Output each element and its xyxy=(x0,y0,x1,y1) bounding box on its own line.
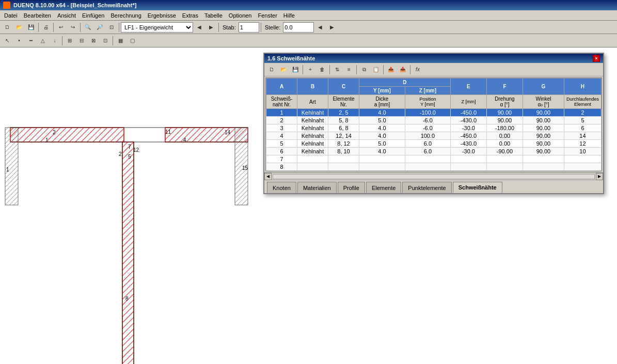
menu-ansicht[interactable]: Ansicht xyxy=(54,11,79,20)
table-row[interactable]: 3Kehlnaht6, 84.0-6.0-30.0-180.0090.006 xyxy=(266,124,602,132)
dtb-import[interactable]: 📥 xyxy=(397,64,408,75)
cell-r6-c0[interactable]: 7 xyxy=(266,155,297,163)
cell-r7-c6[interactable] xyxy=(486,163,523,171)
cell-r5-c3[interactable]: 4.0 xyxy=(359,148,405,155)
tb2-render[interactable]: ▦ xyxy=(115,35,126,46)
menu-extras[interactable]: Extras xyxy=(179,11,201,20)
scroll-right[interactable]: ▶ xyxy=(596,173,603,180)
cell-r7-c8[interactable] xyxy=(564,163,601,171)
cell-r1-c8[interactable]: 5 xyxy=(564,117,601,124)
menu-fenster[interactable]: Fenster xyxy=(255,11,280,20)
scroll-left[interactable]: ◀ xyxy=(264,173,272,180)
tb-zoom-fit[interactable]: ⊡ xyxy=(106,22,117,33)
dtb-filter[interactable]: ≡ xyxy=(343,64,355,75)
tab-schweissnaehte[interactable]: Schweißnähte xyxy=(453,182,502,193)
cell-r0-c6[interactable]: 90.00 xyxy=(486,109,523,117)
tab-materialien[interactable]: Materialien xyxy=(297,182,337,193)
cell-r7-c5[interactable] xyxy=(450,163,486,171)
cell-r2-c4[interactable]: -6.0 xyxy=(405,124,450,132)
cell-r1-c7[interactable]: 90.00 xyxy=(523,117,564,124)
cell-r0-c3[interactable]: 4.0 xyxy=(359,109,405,117)
tb2-support[interactable]: △ xyxy=(37,35,49,46)
cell-r6-c4[interactable] xyxy=(405,155,450,163)
cell-r4-c7[interactable]: 90.00 xyxy=(523,140,564,148)
cell-r5-c4[interactable]: 6.0 xyxy=(405,148,450,155)
cell-r6-c8[interactable] xyxy=(564,155,601,163)
tb-undo[interactable]: ↩ xyxy=(55,22,67,33)
cell-r3-c8[interactable]: 14 xyxy=(564,132,601,140)
cell-r2-c2[interactable]: 6, 8 xyxy=(328,124,359,132)
table-row[interactable]: 6Kehlnaht8, 104.06.0-30.0-90.0090.0010 xyxy=(266,148,602,155)
cell-r2-c8[interactable]: 6 xyxy=(564,124,601,132)
horizontal-scrollbar[interactable]: ◀ ▶ xyxy=(264,172,603,180)
cell-r0-c2[interactable]: 2, 5 xyxy=(328,109,359,117)
cell-r1-c5[interactable]: -430.0 xyxy=(450,117,486,124)
cell-r4-c4[interactable]: 6.0 xyxy=(405,140,450,148)
cell-r1-c4[interactable]: -6.0 xyxy=(405,117,450,124)
cell-r7-c7[interactable] xyxy=(523,163,564,171)
menu-berechnung[interactable]: Berechnung xyxy=(107,11,144,20)
tb2-select[interactable]: ↖ xyxy=(2,35,13,46)
cell-r1-c1[interactable]: Kehlnaht xyxy=(297,117,328,124)
menu-hilfe[interactable]: Hilfe xyxy=(280,11,298,20)
table-row[interactable]: 4Kehlnaht12, 144.0100.0-450.00.0090.0014 xyxy=(266,132,602,140)
cell-r2-c6[interactable]: -180.00 xyxy=(486,124,523,132)
cell-r7-c4[interactable] xyxy=(405,163,450,171)
cell-r6-c2[interactable] xyxy=(328,155,359,163)
cell-r5-c0[interactable]: 6 xyxy=(266,148,297,155)
cell-r4-c3[interactable]: 5.0 xyxy=(359,140,405,148)
lf-dropdown[interactable]: LF1 - Eigengewicht xyxy=(121,22,193,33)
table-container[interactable]: A B C D E F G H Y [mm] Z [mm] Schwei xyxy=(265,77,602,171)
cell-r7-c1[interactable] xyxy=(297,163,328,171)
cell-r3-c3[interactable]: 4.0 xyxy=(359,132,405,140)
cell-r3-c0[interactable]: 4 xyxy=(266,132,297,140)
table-row[interactable]: 5Kehlnaht8, 125.06.0-430.00.0090.0012 xyxy=(266,140,602,148)
menu-bearbeiten[interactable]: Bearbeiten xyxy=(21,11,54,20)
tb-save[interactable]: 💾 xyxy=(25,22,37,33)
tab-knoten[interactable]: Knoten xyxy=(267,182,296,193)
cell-r0-c7[interactable]: 90.00 xyxy=(523,109,564,117)
table-row[interactable]: 7 xyxy=(266,155,602,163)
menu-tabelle[interactable]: Tabelle xyxy=(201,11,226,20)
menu-optionen[interactable]: Optionen xyxy=(226,11,255,20)
cell-r6-c7[interactable] xyxy=(523,155,564,163)
dtb-new[interactable]: 🗋 xyxy=(266,64,277,75)
cell-r5-c1[interactable]: Kehlnaht xyxy=(297,148,328,155)
tb-new[interactable]: 🗋 xyxy=(2,22,13,33)
cell-r3-c1[interactable]: Kehlnaht xyxy=(297,132,328,140)
stelle-prev[interactable]: ◀ xyxy=(314,22,326,33)
cell-r5-c2[interactable]: 8, 10 xyxy=(328,148,359,155)
tb2-wire[interactable]: ▢ xyxy=(126,35,138,46)
cell-r4-c8[interactable]: 12 xyxy=(564,140,601,148)
scroll-track[interactable] xyxy=(273,174,595,179)
dialog-close-button[interactable]: × xyxy=(593,55,600,62)
cell-r0-c1[interactable]: Kehlnaht xyxy=(297,109,328,117)
cell-r3-c6[interactable]: 0.00 xyxy=(486,132,523,140)
dtb-paste[interactable]: 📋 xyxy=(370,64,382,75)
tb2-load[interactable]: ↓ xyxy=(49,35,60,46)
stelle-next[interactable]: ▶ xyxy=(326,22,338,33)
cell-r4-c0[interactable]: 5 xyxy=(266,140,297,148)
tb2-view3[interactable]: ⊠ xyxy=(88,35,99,46)
tb-redo[interactable]: ↪ xyxy=(67,22,78,33)
table-row[interactable]: 8 xyxy=(266,163,602,171)
cell-r5-c7[interactable]: 90.00 xyxy=(523,148,564,155)
cell-r1-c3[interactable]: 5.0 xyxy=(359,117,405,124)
tb-next[interactable]: ▶ xyxy=(205,22,217,33)
dtb-save[interactable]: 💾 xyxy=(290,64,301,75)
cell-r1-c2[interactable]: 5, 8 xyxy=(328,117,359,124)
dtb-export[interactable]: 📤 xyxy=(385,64,397,75)
tab-profile[interactable]: Profile xyxy=(338,182,365,193)
cell-r5-c6[interactable]: -90.00 xyxy=(486,148,523,155)
cell-r5-c5[interactable]: -30.0 xyxy=(450,148,486,155)
cell-r7-c0[interactable]: 8 xyxy=(266,163,297,171)
tb-zoom-out[interactable]: 🔎 xyxy=(94,22,105,33)
cell-r6-c3[interactable] xyxy=(359,155,405,163)
cell-r1-c0[interactable]: 2 xyxy=(266,117,297,124)
tb2-view1[interactable]: ⊞ xyxy=(64,35,75,46)
cell-r6-c5[interactable] xyxy=(450,155,486,163)
stelle-input[interactable] xyxy=(283,22,314,33)
cell-r3-c4[interactable]: 100.0 xyxy=(405,132,450,140)
dtb-formula[interactable]: fx xyxy=(412,64,423,75)
cell-r2-c3[interactable]: 4.0 xyxy=(359,124,405,132)
